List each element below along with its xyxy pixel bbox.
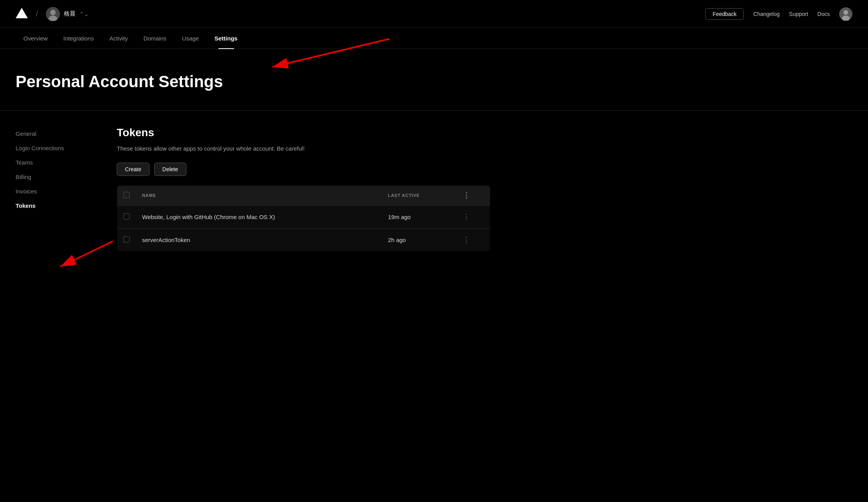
- username: 格晨: [64, 10, 76, 18]
- settings-sidebar: General Login Connections Teams Billing …: [16, 126, 93, 251]
- sidebar-item-invoices[interactable]: Invoices: [16, 184, 93, 198]
- tokens-table: NAME LAST ACTIVE ⋮ Website, Login with G…: [117, 185, 490, 251]
- tokens-description: These tokens allow other apps to control…: [117, 145, 490, 152]
- delete-button[interactable]: Delete: [154, 163, 186, 176]
- profile-avatar[interactable]: [839, 7, 852, 21]
- vercel-logo-icon[interactable]: [16, 8, 28, 20]
- changelog-link[interactable]: Changelog: [753, 11, 780, 17]
- header-dots-icon[interactable]: ⋮: [463, 191, 470, 199]
- row2-checkbox-cell: [117, 228, 136, 251]
- tab-activity[interactable]: Activity: [102, 28, 136, 49]
- sidebar-item-teams[interactable]: Teams: [16, 155, 93, 170]
- tokens-title: Tokens: [117, 126, 490, 139]
- select-all-checkbox[interactable]: [123, 192, 130, 198]
- select-all-header: [117, 186, 136, 205]
- row1-last-active: 19m ago: [382, 205, 457, 228]
- avatar: [46, 7, 60, 21]
- tab-usage[interactable]: Usage: [174, 28, 207, 49]
- actions-column-header: ⋮: [457, 186, 490, 205]
- row2-checkbox[interactable]: [123, 236, 130, 242]
- table-row: Website, Login with GitHub (Chrome on Ma…: [117, 205, 490, 228]
- divider-slash: /: [36, 9, 38, 18]
- row2-last-active: 2h ago: [382, 228, 457, 251]
- second-nav: Overview Integrations Activity Domains U…: [0, 28, 868, 49]
- docs-link[interactable]: Docs: [817, 11, 830, 17]
- row1-actions-cell: ⋮: [457, 205, 490, 228]
- chevron-updown-icon: ⌃⌄: [79, 11, 89, 17]
- table-header-row: NAME LAST ACTIVE ⋮: [117, 186, 490, 205]
- top-bar-right: Feedback Changelog Support Docs: [705, 7, 852, 21]
- action-buttons: Create Delete: [117, 163, 490, 176]
- sidebar-item-tokens[interactable]: Tokens: [16, 198, 93, 213]
- name-column-header: NAME: [136, 186, 382, 205]
- row1-checkbox-cell: [117, 205, 136, 228]
- tokens-section: Tokens These tokens allow other apps to …: [117, 126, 490, 251]
- page-header: Personal Account Settings: [0, 49, 868, 111]
- tab-integrations[interactable]: Integrations: [56, 28, 102, 49]
- feedback-button[interactable]: Feedback: [705, 8, 744, 20]
- support-link[interactable]: Support: [789, 11, 808, 17]
- sidebar-item-login-connections[interactable]: Login Connections: [16, 141, 93, 155]
- tab-overview[interactable]: Overview: [16, 28, 56, 49]
- tab-domains[interactable]: Domains: [135, 28, 174, 49]
- row1-dots-icon[interactable]: ⋮: [463, 213, 470, 221]
- row1-name: Website, Login with GitHub (Chrome on Ma…: [136, 205, 382, 228]
- create-button[interactable]: Create: [117, 163, 149, 176]
- row2-actions-cell: ⋮: [457, 228, 490, 251]
- svg-point-1: [50, 10, 56, 15]
- page-title: Personal Account Settings: [16, 72, 852, 91]
- sidebar-item-billing[interactable]: Billing: [16, 170, 93, 184]
- row1-checkbox[interactable]: [123, 213, 130, 219]
- main-content: General Login Connections Teams Billing …: [0, 111, 868, 267]
- row2-dots-icon[interactable]: ⋮: [463, 236, 470, 244]
- top-bar-left: / 格晨 ⌃⌄: [16, 7, 89, 21]
- row2-name: serverActionToken: [136, 228, 382, 251]
- top-bar: / 格晨 ⌃⌄ Feedback Changelog Support Docs: [0, 0, 868, 28]
- last-active-column-header: LAST ACTIVE: [382, 186, 457, 205]
- tab-settings[interactable]: Settings: [207, 28, 245, 49]
- table-row: serverActionToken 2h ago ⋮: [117, 228, 490, 251]
- svg-point-4: [843, 10, 848, 15]
- sidebar-item-general[interactable]: General: [16, 126, 93, 141]
- user-switcher[interactable]: 格晨 ⌃⌄: [46, 7, 89, 21]
